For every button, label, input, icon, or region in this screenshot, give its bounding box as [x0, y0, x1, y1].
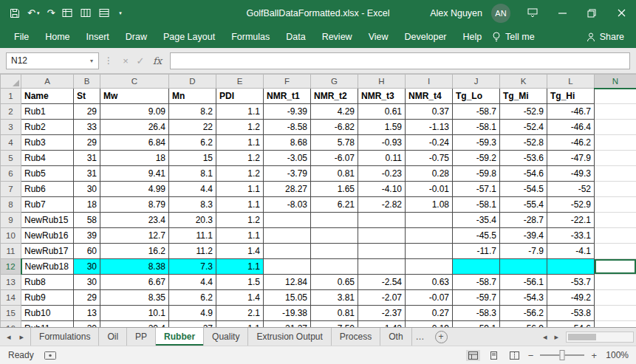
- cell-C16[interactable]: 20.4: [100, 321, 169, 328]
- cell-A16[interactable]: Rub11: [21, 321, 74, 328]
- cell-L8[interactable]: -52.9: [547, 197, 595, 213]
- row-header-8[interactable]: 8: [1, 197, 21, 213]
- cell-C1[interactable]: Mw: [100, 89, 169, 104]
- cell-K6[interactable]: -54.6: [500, 166, 547, 182]
- cell-D11[interactable]: 11.2: [169, 244, 216, 259]
- cell-L4[interactable]: -46.2: [547, 135, 595, 151]
- column-header-B[interactable]: B: [74, 75, 100, 89]
- column-header-A[interactable]: A: [21, 75, 74, 89]
- cell-F5[interactable]: -3.05: [264, 151, 311, 166]
- cell-N3[interactable]: [595, 120, 636, 135]
- cell-I5[interactable]: -0.75: [406, 151, 453, 166]
- cell-A15[interactable]: Rub10: [21, 306, 74, 321]
- cell-K14[interactable]: -54.3: [500, 290, 547, 306]
- cell-B4[interactable]: 29: [74, 135, 100, 151]
- cell-G10[interactable]: [311, 228, 358, 244]
- cell-B10[interactable]: 39: [74, 228, 100, 244]
- cell-A10[interactable]: NewRub16: [21, 228, 74, 244]
- cell-G2[interactable]: 4.29: [311, 104, 358, 120]
- row-header-12[interactable]: 12: [1, 259, 21, 275]
- cell-E15[interactable]: 2.1: [216, 306, 264, 321]
- undo-button[interactable]: ↶ ▾: [24, 0, 43, 26]
- cell-I14[interactable]: -0.07: [406, 290, 453, 306]
- cell-H2[interactable]: 0.61: [358, 104, 406, 120]
- new-sheet-button[interactable]: +: [435, 331, 448, 343]
- cell-H6[interactable]: -0.23: [358, 166, 406, 182]
- cell-J1[interactable]: Tg_Lo: [453, 89, 500, 104]
- sheet-tab-quality[interactable]: Quality: [204, 328, 248, 346]
- cell-L14[interactable]: -49.2: [547, 290, 595, 306]
- row-header-11[interactable]: 11: [1, 244, 21, 259]
- name-box-caret-icon[interactable]: ▾: [85, 58, 98, 64]
- cell-N5[interactable]: [595, 151, 636, 166]
- cell-F1[interactable]: NMR_t1: [264, 89, 311, 104]
- cell-J13[interactable]: -58.7: [453, 275, 500, 290]
- cell-H4[interactable]: -0.93: [358, 135, 406, 151]
- sheet-nav-left-icon[interactable]: ◂: [7, 332, 11, 342]
- cell-D5[interactable]: 15: [169, 151, 216, 166]
- qat-custom-button-3[interactable]: [95, 0, 114, 26]
- cell-F16[interactable]: 21.27: [264, 321, 311, 328]
- ribbon-display-options-button[interactable]: [518, 0, 547, 26]
- cell-F11[interactable]: [264, 244, 311, 259]
- cell-N2[interactable]: [595, 104, 636, 120]
- cell-H7[interactable]: -4.10: [358, 182, 406, 197]
- cell-L6[interactable]: -49.3: [547, 166, 595, 182]
- cell-N11[interactable]: [595, 244, 636, 259]
- cell-B1[interactable]: St: [74, 89, 100, 104]
- row-header-9[interactable]: 9: [1, 213, 21, 228]
- cell-A8[interactable]: Rub7: [21, 197, 74, 213]
- cell-E2[interactable]: 1.1: [216, 104, 264, 120]
- cell-F3[interactable]: -8.58: [264, 120, 311, 135]
- cell-F7[interactable]: 28.27: [264, 182, 311, 197]
- cell-C10[interactable]: 12.7: [100, 228, 169, 244]
- column-header-H[interactable]: H: [358, 75, 406, 89]
- zoom-slider-thumb[interactable]: [560, 350, 565, 360]
- cell-K2[interactable]: -52.9: [500, 104, 547, 120]
- cell-L7[interactable]: -52: [547, 182, 595, 197]
- cell-N12[interactable]: [595, 259, 636, 275]
- cell-E14[interactable]: 1.4: [216, 290, 264, 306]
- cell-B12[interactable]: 30: [74, 259, 100, 275]
- cell-J6[interactable]: -59.8: [453, 166, 500, 182]
- enter-entry-button[interactable]: ✓: [133, 55, 148, 66]
- cell-A5[interactable]: Rub4: [21, 151, 74, 166]
- formula-input[interactable]: [170, 52, 630, 69]
- cell-F9[interactable]: [264, 213, 311, 228]
- horizontal-scrollbar[interactable]: [566, 332, 634, 343]
- cell-D3[interactable]: 22: [169, 120, 216, 135]
- column-header-E[interactable]: E: [216, 75, 264, 89]
- cell-D10[interactable]: 11.1: [169, 228, 216, 244]
- cell-L1[interactable]: Tg_Hi: [547, 89, 595, 104]
- cell-K16[interactable]: -56.9: [500, 321, 547, 328]
- cell-F8[interactable]: -8.03: [264, 197, 311, 213]
- cell-D13[interactable]: 4.4: [169, 275, 216, 290]
- share-button[interactable]: Share: [587, 32, 624, 42]
- cell-D2[interactable]: 8.2: [169, 104, 216, 120]
- cell-K8[interactable]: -55.4: [500, 197, 547, 213]
- signed-in-user[interactable]: Alex Nguyen: [430, 8, 482, 18]
- cell-K10[interactable]: -39.4: [500, 228, 547, 244]
- cell-G12[interactable]: [311, 259, 358, 275]
- column-header-D[interactable]: D: [169, 75, 216, 89]
- select-all-button[interactable]: [1, 75, 21, 89]
- ribbon-tab-page-layout[interactable]: Page Layout: [155, 26, 223, 48]
- cell-D1[interactable]: Mn: [169, 89, 216, 104]
- cell-E11[interactable]: 1.4: [216, 244, 264, 259]
- row-header-6[interactable]: 6: [1, 166, 21, 182]
- cell-C8[interactable]: 8.79: [100, 197, 169, 213]
- cell-G9[interactable]: [311, 213, 358, 228]
- cell-C3[interactable]: 26.4: [100, 120, 169, 135]
- cell-A14[interactable]: Rub9: [21, 290, 74, 306]
- zoom-slider[interactable]: [540, 354, 584, 356]
- ribbon-tab-formulas[interactable]: Formulas: [223, 26, 278, 48]
- restore-button[interactable]: [577, 0, 606, 26]
- row-header-5[interactable]: 5: [1, 151, 21, 166]
- cell-H13[interactable]: -2.54: [358, 275, 406, 290]
- column-header-F[interactable]: F: [264, 75, 311, 89]
- cell-J7[interactable]: -57.1: [453, 182, 500, 197]
- ribbon-tab-draw[interactable]: Draw: [117, 26, 155, 48]
- cell-D15[interactable]: 4.9: [169, 306, 216, 321]
- cell-I6[interactable]: 0.28: [406, 166, 453, 182]
- cell-E4[interactable]: 1.1: [216, 135, 264, 151]
